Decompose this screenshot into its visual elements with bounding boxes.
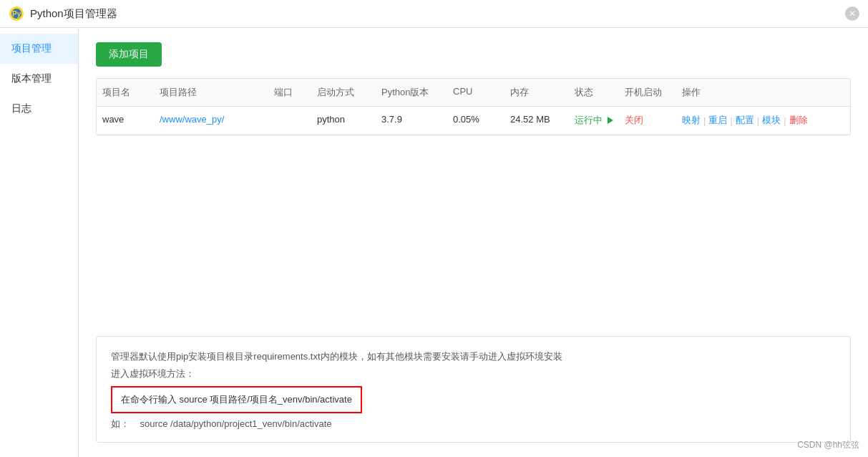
th-status: 状态 xyxy=(569,79,619,106)
cmd-text: 在命令行输入 source 项目路径/项目名_venv/bin/activate xyxy=(121,394,352,405)
td-boot[interactable]: 关闭 xyxy=(619,107,676,134)
action-module[interactable]: 模块 xyxy=(762,114,781,127)
close-button[interactable]: ✕ xyxy=(845,6,859,21)
action-delete[interactable]: 删除 xyxy=(789,114,808,127)
app-title: Python项目管理器 xyxy=(30,7,117,21)
add-project-button[interactable]: 添加项目 xyxy=(96,42,162,67)
table-header: 项目名 项目路径 端口 启动方式 Python版本 CPU 内存 状态 开机启动… xyxy=(97,79,850,107)
th-cpu: CPU xyxy=(447,79,504,106)
spacer xyxy=(96,147,851,324)
action-restart[interactable]: 重启 xyxy=(708,114,727,127)
content-area: 添加项目 项目名 项目路径 端口 启动方式 Python版本 CPU 内存 状态… xyxy=(79,28,868,457)
sidebar-item-project-management[interactable]: 项目管理 xyxy=(0,34,78,64)
td-status: 运行中 xyxy=(569,107,619,134)
td-cpu: 0.05% xyxy=(447,107,504,134)
svg-text:Py: Py xyxy=(12,10,21,18)
example-label: 如： xyxy=(111,418,130,429)
watermark: CSDN @hh弦弦 xyxy=(797,439,859,451)
th-port: 端口 xyxy=(268,79,311,106)
td-python-version: 3.7.9 xyxy=(376,107,447,134)
th-memory: 内存 xyxy=(504,79,569,106)
app-header: Py Python项目管理器 ✕ xyxy=(0,0,868,28)
td-path[interactable]: /www/wave_py/ xyxy=(154,107,268,134)
info-line2: 进入虚拟环境方法： xyxy=(111,365,836,382)
th-name: 项目名 xyxy=(97,79,154,106)
cmd-input-box: 在命令行输入 source 项目路径/项目名_venv/bin/activate xyxy=(111,386,362,413)
th-actions: 操作 xyxy=(676,79,850,106)
th-start-method: 启动方式 xyxy=(311,79,376,106)
td-start-method: python xyxy=(311,107,376,134)
th-boot: 开机启动 xyxy=(619,79,676,106)
sidebar: 项目管理 版本管理 日志 xyxy=(0,28,79,457)
th-path: 项目路径 xyxy=(154,79,268,106)
running-icon xyxy=(608,117,613,124)
action-config[interactable]: 配置 xyxy=(736,114,754,127)
info-line1: 管理器默认使用pip安装项目根目录requirements.txt内的模块，如有… xyxy=(111,348,836,365)
th-python-version: Python版本 xyxy=(376,79,447,106)
projects-table: 项目名 项目路径 端口 启动方式 Python版本 CPU 内存 状态 开机启动… xyxy=(96,78,851,135)
action-map[interactable]: 映射 xyxy=(682,114,701,127)
example-cmd: source /data/python/project1_venv/bin/ac… xyxy=(140,418,331,429)
python-logo: Py xyxy=(9,6,24,21)
sidebar-item-logs[interactable]: 日志 xyxy=(0,94,78,124)
main-container: 项目管理 版本管理 日志 添加项目 项目名 项目路径 端口 启动方式 Pytho… xyxy=(0,28,868,457)
sidebar-item-version-management[interactable]: 版本管理 xyxy=(0,64,78,94)
td-port xyxy=(268,107,311,134)
example-line: 如： source /data/python/project1_venv/bin… xyxy=(111,418,836,430)
td-actions: 映射 | 重启 | 配置 | 模块 | 删除 xyxy=(676,107,850,134)
table-row: wave /www/wave_py/ python 3.7.9 0.05% 24… xyxy=(97,107,850,135)
info-box: 管理器默认使用pip安装项目根目录requirements.txt内的模块，如有… xyxy=(96,336,851,443)
td-name: wave xyxy=(97,107,154,134)
td-memory: 24.52 MB xyxy=(504,107,569,134)
